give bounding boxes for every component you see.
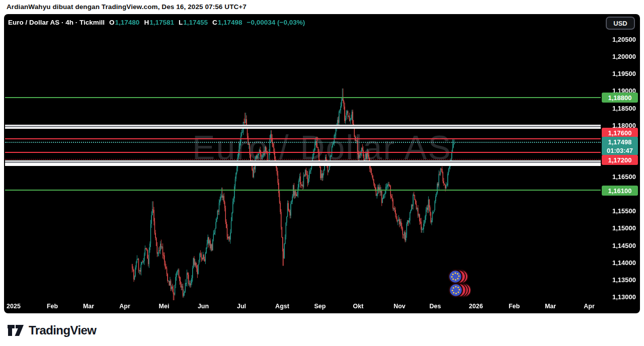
price-tick: 1,13000 xyxy=(612,293,636,301)
tradingview-snapshot: ArdianWahyu dibuat dengan TradingView.co… xyxy=(0,0,644,346)
ohlc-low: L1,17455 xyxy=(179,19,208,26)
white-zone-upper[interactable] xyxy=(5,125,601,129)
red-level-lower[interactable] xyxy=(5,152,601,153)
chart-legend[interactable]: Euro / Dollar AS · 4h · Tickmill O1,1748… xyxy=(8,19,305,26)
time-label: Okt xyxy=(353,303,364,310)
price-label-badge: 1,1749801:03:47 xyxy=(602,137,638,155)
price-tick: 1,20000 xyxy=(612,53,636,60)
red-level-upper[interactable] xyxy=(5,138,601,139)
time-label: Mar xyxy=(83,303,94,310)
price-tick: 1,13500 xyxy=(612,276,636,283)
candlestick-canvas[interactable] xyxy=(0,0,644,346)
ohlc-high: H1,17581 xyxy=(144,19,174,26)
ohlc-open: O1,17480 xyxy=(109,19,139,26)
price-tick: 1,20500 xyxy=(612,36,636,43)
time-label: Des xyxy=(430,303,441,310)
price-tick: 1,15000 xyxy=(612,224,636,232)
price-label-badge: 1,18800 xyxy=(602,93,638,103)
time-label: Jul xyxy=(237,303,246,310)
price-tick: 1,15500 xyxy=(612,207,636,215)
price-tick: 1,19500 xyxy=(612,70,636,77)
support-green-lower[interactable] xyxy=(5,190,601,191)
price-tick: 1,14000 xyxy=(612,258,636,266)
euro-coin-top xyxy=(449,270,468,283)
euro-coin-bottom xyxy=(449,284,471,297)
price-tick: 1,16500 xyxy=(612,173,636,181)
price-label-badge: 1,17200 xyxy=(602,155,638,165)
time-label: Apr xyxy=(119,303,130,310)
currency-toggle-button[interactable]: USD xyxy=(606,17,635,30)
resistance-green-upper[interactable] xyxy=(5,97,601,98)
time-axis[interactable]: 2025FebMarAprMeiJunJulAgstSepOktNovDes20… xyxy=(4,301,601,313)
price-tick: 1,14500 xyxy=(612,241,636,249)
time-label: Feb xyxy=(47,303,58,310)
time-label: Mei xyxy=(159,303,170,310)
price-label-badge: 1,17600 xyxy=(602,128,638,138)
white-zone-lower[interactable] xyxy=(5,160,601,165)
time-label: Sep xyxy=(314,303,326,310)
time-label: Mar xyxy=(545,303,556,310)
time-label: Jun xyxy=(198,303,209,310)
symbol-title: Euro / Dollar AS · 4h · Tickmill xyxy=(8,19,105,26)
price-tick: 1,18500 xyxy=(612,104,636,112)
time-label: 2025 xyxy=(7,303,21,310)
faint-red-dotted[interactable] xyxy=(5,159,601,160)
price-axis[interactable]: 1,205001,200001,195001,190001,185001,180… xyxy=(602,14,640,301)
price-change: −0,00034 (−0,03%) xyxy=(247,19,305,26)
euro-coin-stack-icon xyxy=(445,267,471,300)
time-label: Apr xyxy=(584,303,595,310)
time-label: Nov xyxy=(393,303,406,310)
time-label: 2026 xyxy=(469,303,483,310)
price-label-badge: 1,16100 xyxy=(602,186,638,196)
current-price-line[interactable] xyxy=(5,142,601,143)
ohlc-close: C1,17498 xyxy=(212,19,243,26)
time-label: Feb xyxy=(509,303,520,310)
time-label: Agst xyxy=(275,303,289,310)
